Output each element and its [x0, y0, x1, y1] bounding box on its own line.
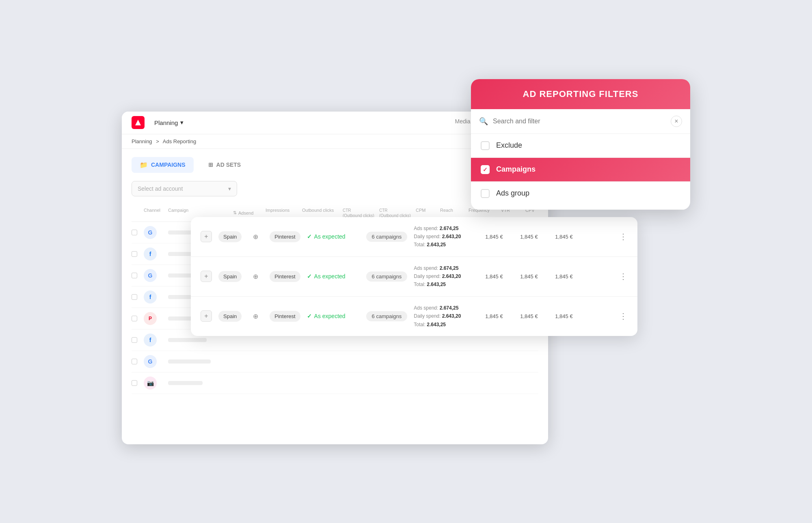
select-ad-account[interactable]: Select ad account ▾ [132, 181, 237, 196]
row-checkbox[interactable] [132, 251, 137, 257]
row-checkbox[interactable] [132, 380, 137, 386]
campaigns-badge-2: 6 campaigns [366, 271, 408, 282]
campaigns-badge-1: 6 campaigns [366, 232, 408, 242]
amount1-1: 1,845 € [485, 234, 514, 240]
amount2-2: 1,845 € [520, 273, 549, 280]
channel-icon-google3: G [144, 355, 157, 368]
amount3-1: 1,845 € [555, 234, 583, 240]
channel-icon-facebook3: f [144, 334, 157, 347]
row-checkbox[interactable] [132, 294, 137, 300]
platform-tag-1[interactable]: Pinterest [270, 231, 300, 242]
row-checkbox[interactable] [132, 273, 137, 278]
more-options-1[interactable]: ⋮ [619, 232, 628, 241]
row-checkbox[interactable] [132, 337, 137, 343]
channel-icon-pinterest: P [144, 312, 157, 325]
hover-card: + Spain ⊕ Pinterest ✓ As expected 6 camp… [191, 217, 637, 336]
status-badge-2: ✓ As expected [307, 273, 360, 280]
exclude-label: Exclude [496, 141, 522, 150]
campaigns-label: Campaigns [496, 165, 536, 174]
spend-info-2: Ads spend: 2.674,25 Daily spend: 2.643,2… [414, 264, 479, 289]
table-row: G [132, 351, 538, 372]
link-icon-2[interactable]: ⊕ [248, 270, 263, 283]
hover-row-3: + Spain ⊕ Pinterest ✓ As expected 6 camp… [191, 297, 637, 336]
chevron-down-icon: ▾ [180, 119, 184, 126]
logo [132, 116, 145, 129]
close-filter-button[interactable]: × [671, 116, 682, 127]
filter-panel: AD REPORTING FILTERS 🔍 × Exclude Campaig… [471, 79, 690, 210]
link-icon-1[interactable]: ⊕ [248, 230, 263, 243]
expand-button-3[interactable]: + [201, 310, 212, 322]
amount1-2: 1,845 € [485, 273, 514, 280]
grid-icon: ⊞ [208, 161, 213, 168]
spend-info-1: Ads spend: 2.674,25 Daily spend: 2.643,2… [414, 224, 479, 249]
table-row: 📷 [132, 372, 538, 394]
amount2-1: 1,845 € [520, 234, 549, 240]
amount2-3: 1,845 € [520, 313, 549, 319]
country-tag-2[interactable]: Spain [218, 271, 242, 282]
sort-icon: ⇅ [233, 210, 237, 215]
filter-search-input[interactable] [493, 118, 666, 125]
status-badge-1: ✓ As expected [307, 233, 360, 240]
platform-tag-3[interactable]: Pinterest [270, 311, 300, 322]
tab-ad-sets[interactable]: ⊞ AD SETS [200, 157, 249, 173]
search-icon: 🔍 [479, 117, 488, 126]
filter-option-ads-group[interactable]: Ads group [471, 182, 690, 210]
amount3-2: 1,845 € [555, 273, 583, 280]
more-options-3[interactable]: ⋮ [619, 311, 628, 321]
row-checkbox[interactable] [132, 230, 137, 235]
row-checkbox[interactable] [132, 316, 137, 321]
check-icon-1: ✓ [307, 233, 312, 240]
hover-row-2: + Spain ⊕ Pinterest ✓ As expected 6 camp… [191, 257, 637, 297]
channel-icon-google: G [144, 226, 157, 239]
exclude-checkbox[interactable] [481, 141, 490, 150]
channel-icon-facebook2: f [144, 291, 157, 303]
country-tag-3[interactable]: Spain [218, 311, 242, 322]
amount3-3: 1,845 € [555, 313, 583, 319]
expand-button-2[interactable]: + [201, 271, 212, 282]
channel-icon-facebook: f [144, 248, 157, 260]
more-options-2[interactable]: ⋮ [619, 271, 628, 281]
check-icon-2: ✓ [307, 273, 312, 280]
hover-row-1: + Spain ⊕ Pinterest ✓ As expected 6 camp… [191, 217, 637, 257]
status-badge-3: ✓ As expected [307, 313, 360, 319]
filter-option-campaigns[interactable]: Campaigns [471, 158, 690, 182]
row-checkbox[interactable] [132, 359, 137, 364]
channel-icon-google2: G [144, 269, 157, 282]
expand-button-1[interactable]: + [201, 231, 212, 242]
folder-icon: 📁 [140, 161, 148, 169]
ads-group-label: Ads group [496, 189, 529, 198]
filter-title: AD REPORTING FILTERS [484, 89, 677, 99]
filter-option-exclude[interactable]: Exclude [471, 134, 690, 158]
campaigns-badge-3: 6 campaigns [366, 311, 408, 321]
filter-search-row: 🔍 × [471, 109, 690, 134]
spend-info-3: Ads spend: 2.674,25 Daily spend: 2.643,2… [414, 304, 479, 329]
filter-header: AD REPORTING FILTERS [471, 79, 690, 109]
campaigns-checkbox[interactable] [481, 165, 490, 174]
tab-campaigns[interactable]: 📁 CAMPAIGNS [132, 157, 194, 173]
planning-nav[interactable]: Planning ▾ [154, 119, 184, 126]
platform-tag-2[interactable]: Pinterest [270, 271, 300, 282]
link-icon-3[interactable]: ⊕ [248, 310, 263, 323]
channel-icon-instagram: 📷 [144, 377, 157, 390]
ads-group-checkbox[interactable] [481, 189, 490, 198]
country-tag-1[interactable]: Spain [218, 231, 242, 242]
amount1-3: 1,845 € [485, 313, 514, 319]
chevron-down-icon: ▾ [228, 185, 231, 192]
check-icon-3: ✓ [307, 313, 312, 319]
